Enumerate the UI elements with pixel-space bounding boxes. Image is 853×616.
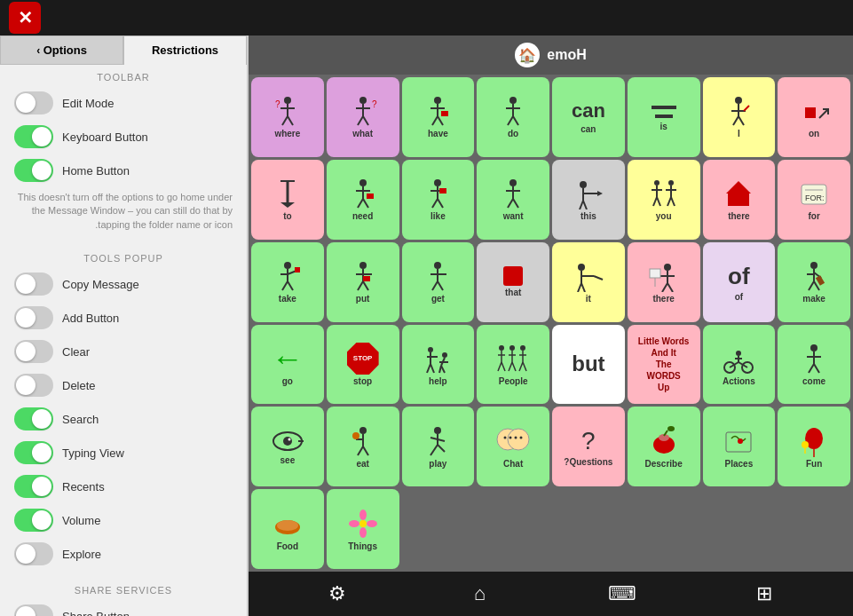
- cell-do[interactable]: do: [477, 77, 549, 157]
- cell-take[interactable]: take: [251, 242, 324, 322]
- copy-message-toggle[interactable]: [14, 272, 53, 296]
- cell-things-content: Things: [330, 493, 396, 565]
- cell-come[interactable]: come: [778, 325, 850, 405]
- you-figure-icon: [646, 178, 682, 209]
- cell-go[interactable]: ← go: [251, 325, 324, 405]
- svg-point-164: [508, 429, 529, 450]
- cell-of[interactable]: of of: [703, 242, 776, 322]
- typing-view-label: Typing View: [62, 446, 124, 460]
- cell-but[interactable]: but: [552, 325, 625, 405]
- svg-line-65: [667, 197, 671, 206]
- svg-text:?: ?: [275, 99, 280, 109]
- cell-little-words[interactable]: Little WordsAnd ItTheWORDSUp: [628, 325, 700, 405]
- cell-food[interactable]: Food: [251, 489, 324, 569]
- cell-of-content: of of: [707, 246, 772, 319]
- svg-line-156: [358, 446, 363, 455]
- cell-eat-content: eat: [330, 410, 396, 483]
- cell-people[interactable]: People: [477, 325, 549, 405]
- cell-put[interactable]: put: [327, 242, 399, 322]
- explore-toggle[interactable]: [14, 542, 53, 565]
- svg-point-167: [515, 436, 517, 438]
- cell-see[interactable]: see: [251, 407, 324, 486]
- what-label: what: [352, 129, 373, 138]
- edit-mode-toggle[interactable]: [14, 91, 53, 115]
- little-words-text: Little WordsAnd ItTheWORDSUp: [638, 336, 690, 393]
- cell-to[interactable]: to: [251, 160, 324, 240]
- cell-questions[interactable]: ? Questions?: [552, 407, 625, 486]
- svg-text:FOR:: FOR:: [805, 193, 825, 202]
- keyboard-toolbar-button[interactable]: ⌨: [604, 576, 640, 612]
- home-button-toggle[interactable]: [14, 159, 53, 182]
- cell-is[interactable]: is: [628, 77, 700, 157]
- cell-eat[interactable]: eat: [327, 407, 399, 486]
- get-label: get: [431, 294, 445, 304]
- there-row3-label: there: [728, 211, 749, 221]
- grid-toolbar-button[interactable]: ⊞: [746, 576, 782, 612]
- cell-get[interactable]: get: [402, 242, 475, 322]
- add-button-label: Add Button: [62, 312, 119, 325]
- cell-things[interactable]: Things: [327, 489, 399, 569]
- search-toggle[interactable]: [14, 407, 53, 430]
- cell-can[interactable]: can can: [552, 77, 625, 157]
- svg-line-84: [363, 281, 368, 290]
- clear-toggle[interactable]: [14, 340, 53, 363]
- typing-view-toggle[interactable]: [14, 441, 53, 464]
- edit-mode-label: Edit Mode: [62, 97, 115, 110]
- fun-label: Fun: [806, 459, 822, 469]
- svg-marker-32: [280, 202, 295, 208]
- svg-point-142: [810, 344, 817, 351]
- tab-options[interactable]: Options ›: [0, 36, 123, 65]
- delete-toggle[interactable]: [14, 374, 53, 397]
- cell-there-row4[interactable]: there: [628, 242, 700, 322]
- cell-need[interactable]: need: [327, 160, 399, 240]
- cell-make[interactable]: make: [778, 242, 850, 322]
- close-button[interactable]: ✕: [9, 2, 41, 34]
- svg-line-119: [441, 366, 445, 373]
- cell-food-content: Food: [255, 493, 320, 565]
- cell-on[interactable]: on: [778, 77, 850, 157]
- cell-like[interactable]: like: [402, 160, 475, 240]
- share-button-toggle[interactable]: [14, 604, 53, 616]
- home-toolbar-button[interactable]: ⌂: [462, 576, 497, 612]
- cell-play[interactable]: play: [402, 407, 475, 486]
- svg-point-172: [667, 426, 675, 431]
- toggle-knob: [32, 127, 51, 146]
- tab-restrictions[interactable]: Restrictions: [123, 36, 247, 65]
- cell-describe[interactable]: Describe: [628, 407, 700, 486]
- explore-label: Explore: [62, 548, 101, 561]
- cell-what[interactable]: ? what: [327, 77, 399, 157]
- have-label: have: [428, 129, 448, 138]
- cell-fun[interactable]: Fun: [778, 407, 850, 486]
- cell-you[interactable]: you: [628, 160, 700, 240]
- tab-options-label: Options: [43, 43, 87, 57]
- toggle-knob: [32, 477, 51, 496]
- svg-point-103: [810, 262, 817, 269]
- gear-button[interactable]: ⚙: [320, 576, 355, 612]
- cell-stop[interactable]: STOP stop: [327, 325, 399, 405]
- cell-there-row3[interactable]: there: [703, 160, 776, 240]
- cell-that[interactable]: that: [477, 242, 549, 322]
- search-label: Search: [62, 413, 99, 426]
- svg-line-78: [288, 281, 293, 290]
- copy-message-label: Copy Message: [62, 278, 139, 291]
- volume-toggle[interactable]: [14, 509, 53, 532]
- cell-it[interactable]: it: [552, 242, 625, 322]
- cell-I[interactable]: I: [703, 77, 776, 157]
- keyboard-button-toggle[interactable]: [14, 125, 53, 148]
- toggle-row-share-button: Share Button: [0, 599, 247, 616]
- recents-toggle[interactable]: [14, 475, 53, 498]
- cell-places[interactable]: Places: [703, 407, 776, 486]
- svg-point-184: [349, 520, 359, 527]
- cell-have[interactable]: have: [402, 77, 475, 157]
- cell-for[interactable]: FOR: for: [778, 160, 850, 240]
- add-button-toggle[interactable]: [14, 306, 53, 329]
- cell-help[interactable]: help: [402, 325, 475, 405]
- cell-this[interactable]: this: [552, 160, 625, 240]
- cell-actions[interactable]: Actions: [703, 325, 776, 405]
- svg-line-9: [358, 116, 363, 125]
- cell-where[interactable]: ? where: [251, 77, 324, 157]
- svg-line-130: [502, 362, 505, 371]
- cell-chat[interactable]: Chat: [477, 407, 549, 486]
- cell-want[interactable]: want: [477, 160, 549, 240]
- questions-icon: ?: [581, 427, 596, 455]
